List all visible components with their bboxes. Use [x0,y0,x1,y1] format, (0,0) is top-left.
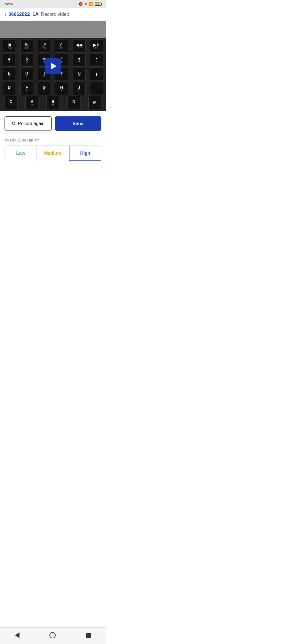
status-time: 15:58 [4,2,13,6]
severity-section: OVERALL SEVERITY Low Medium High [0,136,106,168]
record-again-label: Record again [18,121,45,126]
header: ‹ 06062022_1A Record video [0,8,106,21]
video-player[interactable]: ⊞F3 🔍F4 🎤F5 ☾F6 ◀◀F7 ▶⏸F8 #3 $4 %5 ^6 &7… [0,21,106,111]
severity-section-label: OVERALL SEVERITY [5,139,101,142]
refresh-icon: ↻ [10,120,17,127]
status-icons: 🔕 ⊠ 📶 [79,2,102,6]
severity-buttons-group: Low Medium High [5,145,101,161]
battery-icon [95,3,102,6]
severity-low-button[interactable]: Low [5,146,37,161]
severity-high-button[interactable]: High [69,146,101,161]
close-icon: ⊠ [84,2,87,6]
back-button[interactable]: ‹ [5,11,6,17]
laptop-top [0,21,106,38]
keyboard-visual: ⊞F3 🔍F4 🎤F5 ☾F6 ◀◀F7 ▶⏸F8 #3 $4 %5 ^6 &7… [0,38,106,111]
severity-medium-button[interactable]: Medium [37,146,69,161]
play-button[interactable] [45,58,61,74]
header-file-name: 06062022_1A [8,12,39,17]
record-again-button[interactable]: ↻ Record again [5,116,52,131]
play-icon [51,63,56,69]
wifi-icon: 📶 [89,2,93,6]
mute-icon: 🔕 [79,2,83,6]
header-subtitle: Record video [41,12,69,17]
action-buttons: ↻ Record again Send [0,111,106,136]
status-bar: 15:58 🔕 ⊠ 📶 [0,0,106,8]
send-button[interactable]: Send [55,116,102,131]
